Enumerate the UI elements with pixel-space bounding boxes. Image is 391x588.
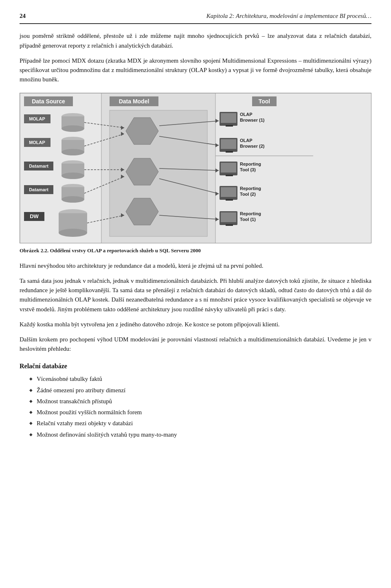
- svg-rect-76: [226, 199, 233, 201]
- svg-rect-65: [221, 139, 236, 149]
- svg-point-30: [62, 196, 84, 203]
- intro-paragraph-1: jsou poměrně striktně oddělené, přestože…: [20, 31, 371, 50]
- svg-rect-80: [221, 212, 236, 222]
- svg-rect-81: [226, 224, 233, 226]
- svg-point-20: [62, 149, 84, 155]
- svg-text:Datamart: Datamart: [29, 164, 48, 168]
- svg-text:Data Model: Data Model: [119, 98, 149, 105]
- svg-rect-66: [226, 151, 233, 153]
- figure-caption-bold: Obrázek 2.2. Oddělení vrstvy OLAP a repo…: [20, 247, 201, 254]
- svg-text:Browser (2): Browser (2): [240, 144, 265, 149]
- relational-section-heading: Relační databáze: [20, 361, 371, 372]
- svg-text:Datamart: Datamart: [29, 187, 48, 192]
- svg-text:Data Source: Data Source: [32, 98, 65, 105]
- body-paragraph-4: Dalším krokem pro pochopení výhod UDM mo…: [20, 335, 371, 354]
- svg-text:Tool (3): Tool (3): [240, 167, 256, 172]
- svg-point-25: [62, 173, 84, 179]
- svg-rect-60: [221, 113, 236, 123]
- figure-caption: Obrázek 2.2. Oddělení vrstvy OLAP a repo…: [20, 247, 371, 255]
- bullet-item-3: Možnost použití vyšších normálních forem: [29, 408, 371, 417]
- relational-bullets: Vícenásobné tabulky faktůŽádné omezení p…: [20, 374, 371, 439]
- svg-text:Tool: Tool: [259, 98, 270, 105]
- bullet-item-5: Možnost definování složitých vztahů typu…: [29, 430, 371, 439]
- svg-text:Tool (2): Tool (2): [240, 192, 256, 197]
- svg-point-15: [62, 125, 84, 132]
- svg-text:OLAP: OLAP: [240, 138, 253, 143]
- svg-rect-75: [221, 187, 236, 197]
- bullet-item-4: Relační vztahy mezi objekty v databázi: [29, 419, 371, 428]
- svg-text:DW: DW: [30, 213, 39, 219]
- svg-text:Reporting: Reporting: [240, 211, 261, 216]
- svg-text:MOLAP: MOLAP: [29, 140, 45, 145]
- body-paragraph-1: Hlavní nevýhodou této architektury je re…: [20, 261, 371, 271]
- body-paragraph-3: Každý kostka mohla být vytvořena jen z j…: [20, 320, 371, 329]
- body-paragraph-2: Ta samá data jsou jednak v relačních, je…: [20, 276, 371, 314]
- svg-text:Browser (1): Browser (1): [240, 118, 265, 122]
- svg-text:Tool (1): Tool (1): [240, 217, 256, 222]
- svg-rect-71: [226, 175, 233, 176]
- bullet-item-0: Vícenásobné tabulky faktů: [29, 374, 371, 384]
- svg-rect-61: [226, 125, 233, 127]
- svg-text:OLAP: OLAP: [240, 112, 253, 117]
- svg-text:MOLAP: MOLAP: [29, 116, 45, 121]
- bullet-item-2: Možnost transakčních přístupů: [29, 397, 371, 406]
- svg-text:Reporting: Reporting: [240, 162, 261, 166]
- svg-rect-4: [215, 93, 371, 243]
- svg-text:Reporting: Reporting: [240, 186, 261, 191]
- page-number: 24: [20, 11, 26, 21]
- intro-paragraph-2: Případně lze pomocí MDX dotazu (zkratka …: [20, 56, 371, 85]
- svg-point-35: [59, 229, 87, 237]
- page-header: 24 Kapitola 2: Architektura, modelování …: [20, 11, 371, 24]
- bullet-item-1: Žádné omezení pro atributy dimenzí: [29, 386, 371, 395]
- architecture-diagram: Data Source Data Model Tool MOLAP MOLAP …: [20, 93, 371, 243]
- chapter-title: Kapitola 2: Architektura, modelování a i…: [206, 11, 371, 21]
- svg-rect-70: [221, 163, 236, 173]
